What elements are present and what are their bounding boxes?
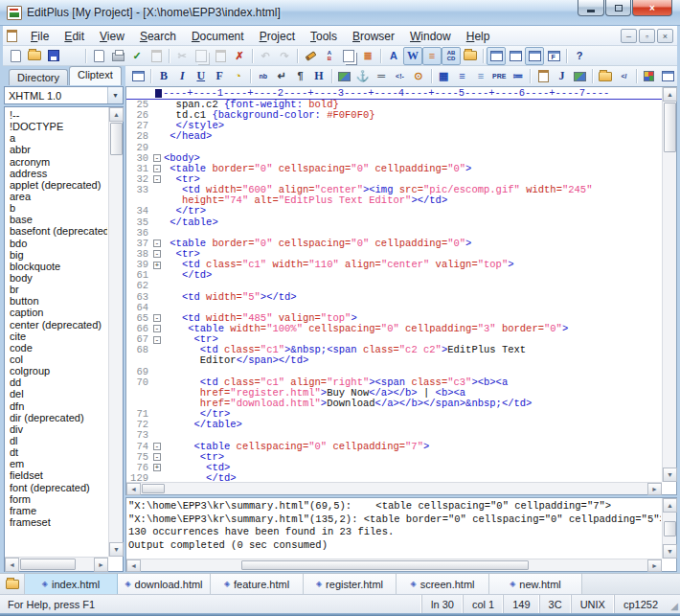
- delete-button[interactable]: ✗: [230, 47, 249, 65]
- scroll-left-arrow[interactable]: ◄: [5, 558, 19, 572]
- cliptext-item[interactable]: acronym: [6, 156, 107, 168]
- cliptext-item[interactable]: a: [6, 132, 107, 144]
- underline-button[interactable]: U: [192, 67, 210, 85]
- scroll-thumb[interactable]: [142, 484, 165, 493]
- cliptext-item[interactable]: button: [6, 295, 107, 307]
- cliptext-item[interactable]: basefont (deprecated): [6, 225, 107, 237]
- open-browser-button[interactable]: [596, 67, 614, 85]
- scroll-left-arrow[interactable]: ◄: [126, 483, 141, 495]
- cliptext-hscrollbar[interactable]: ◄ ►: [5, 557, 108, 571]
- save-file-button[interactable]: [44, 47, 63, 65]
- cliptext-item[interactable]: font (deprecated): [6, 482, 107, 493]
- special-character-button[interactable]: ⊙: [409, 67, 427, 85]
- spell-check-button[interactable]: ✓: [127, 47, 147, 65]
- sync-directory-button[interactable]: [461, 47, 480, 65]
- cliptext-item[interactable]: code: [6, 342, 107, 354]
- cliptext-vscrollbar[interactable]: ▲ ▼: [108, 107, 123, 557]
- cliptext-item[interactable]: dir (deprecated): [6, 412, 107, 423]
- find-in-files-button[interactable]: [339, 47, 358, 65]
- cliptext-item[interactable]: frameset: [6, 516, 107, 528]
- editor-hscrollbar[interactable]: ◄ ►: [126, 482, 662, 494]
- output-line[interactable]: 130 occurrences have been found in 23 fi…: [128, 526, 661, 539]
- output-hscrollbar[interactable]: ◄ ►: [126, 559, 662, 571]
- output-line[interactable]: Output completed (0 sec consumed): [128, 539, 661, 553]
- resize-grip[interactable]: ◢: [667, 595, 680, 613]
- editor-vscrollbar[interactable]: ▲ ▼: [662, 87, 676, 482]
- cliptext-item[interactable]: caption: [6, 307, 107, 318]
- javascript-button[interactable]: J: [553, 67, 571, 85]
- mdi-close-button[interactable]: ×: [657, 29, 673, 43]
- fold-collapse-icon[interactable]: -: [153, 175, 161, 183]
- cliptext-item[interactable]: center (deprecated): [6, 319, 107, 331]
- cliptext-item[interactable]: em: [6, 458, 107, 469]
- comment-button[interactable]: <!-: [391, 67, 409, 85]
- top-text-button[interactable]: ≡: [471, 67, 489, 85]
- italic-button[interactable]: I: [173, 67, 192, 85]
- code-editor[interactable]: ----+----1----+----2----+----3----+----4…: [125, 86, 677, 495]
- line-break-button[interactable]: ↵: [273, 67, 291, 85]
- find-button[interactable]: [301, 47, 320, 65]
- output-window-button[interactable]: [525, 47, 544, 65]
- menu-search[interactable]: Search: [132, 28, 184, 45]
- scroll-right-arrow[interactable]: ►: [647, 483, 662, 495]
- doc-tab-screen.html[interactable]: ◈screen.html: [397, 574, 489, 594]
- cliptext-item[interactable]: !--: [6, 109, 107, 121]
- fold-collapse-icon[interactable]: -: [153, 154, 161, 162]
- print-preview-button[interactable]: [89, 47, 108, 65]
- char-table-button[interactable]: ABCD: [442, 47, 461, 65]
- menu-browser[interactable]: Browser: [345, 28, 402, 45]
- document-menu-icon[interactable]: [7, 30, 17, 42]
- line-numbers-button[interactable]: ≡: [422, 47, 442, 65]
- output-line[interactable]: "X:\home\EPP3\kr\summary.html"(69,5): <t…: [128, 500, 661, 513]
- menu-file[interactable]: File: [23, 28, 57, 45]
- chevron-down-icon[interactable]: ▼: [107, 87, 123, 103]
- mdi-restore-button[interactable]: ▫: [639, 29, 655, 43]
- scroll-thumb[interactable]: [110, 123, 123, 155]
- cliptext-item[interactable]: b: [6, 202, 107, 214]
- web-colors-button[interactable]: [640, 67, 658, 85]
- insert-table-button[interactable]: ▦: [435, 67, 453, 85]
- scroll-down-arrow[interactable]: ▼: [663, 468, 677, 482]
- word-wrap-button[interactable]: W: [403, 47, 422, 65]
- menu-help[interactable]: Help: [459, 28, 498, 45]
- menu-tools[interactable]: Tools: [303, 28, 345, 45]
- tab-cliptext[interactable]: Cliptext: [69, 66, 122, 85]
- title-bar[interactable]: EditPlus [My Project] - [X:\home\EPP3\in…: [0, 0, 680, 26]
- close-tag-button[interactable]: </: [615, 67, 633, 85]
- replace-button[interactable]: AB: [320, 47, 339, 65]
- paste-button[interactable]: [211, 47, 230, 65]
- cliptext-item[interactable]: body: [6, 272, 107, 284]
- minimize-button[interactable]: [578, 0, 604, 16]
- cliptext-item[interactable]: base: [6, 214, 107, 225]
- cliptext-item[interactable]: dl: [6, 435, 107, 446]
- close-button[interactable]: ×: [632, 0, 672, 16]
- scroll-right-arrow[interactable]: ►: [647, 559, 662, 572]
- insert-list-button[interactable]: ≔: [509, 67, 527, 85]
- fold-collapse-icon[interactable]: -: [153, 165, 161, 172]
- scroll-thumb[interactable]: [20, 559, 76, 570]
- cliptext-item[interactable]: address: [6, 168, 107, 179]
- menu-window[interactable]: Window: [402, 28, 459, 45]
- output-vscrollbar[interactable]: ▲ ▼: [662, 498, 676, 559]
- save-all-button[interactable]: [63, 47, 82, 65]
- scroll-up-arrow[interactable]: ▲: [663, 498, 677, 513]
- cliptext-item[interactable]: blockquote: [6, 261, 107, 272]
- insert-script-button[interactable]: [533, 67, 552, 85]
- fold-expand-icon[interactable]: +: [153, 262, 161, 269]
- output-window[interactable]: "X:\home\EPP3\kr\summary.html"(69,5): <t…: [125, 497, 677, 572]
- new-document-button[interactable]: [6, 47, 25, 65]
- document-template-button[interactable]: [147, 47, 166, 65]
- paragraph-button[interactable]: ¶: [291, 67, 309, 85]
- copy-button[interactable]: [192, 47, 211, 65]
- cliptext-item[interactable]: !DOCTYPE: [6, 121, 107, 132]
- insert-image-button[interactable]: [335, 67, 353, 85]
- fold-collapse-icon[interactable]: -: [153, 250, 161, 258]
- set-font-button[interactable]: A: [384, 47, 403, 65]
- doc-tab-index.html[interactable]: ◈index.html: [25, 574, 118, 594]
- browser-preview-button[interactable]: [129, 67, 147, 85]
- cliptext-item[interactable]: dt: [6, 446, 107, 458]
- cliptext-item[interactable]: cite: [6, 331, 107, 342]
- menu-view[interactable]: View: [92, 28, 132, 45]
- toggle-marks-button[interactable]: ≣: [358, 47, 377, 65]
- doc-tab-download.html[interactable]: ◈download.html: [118, 574, 211, 594]
